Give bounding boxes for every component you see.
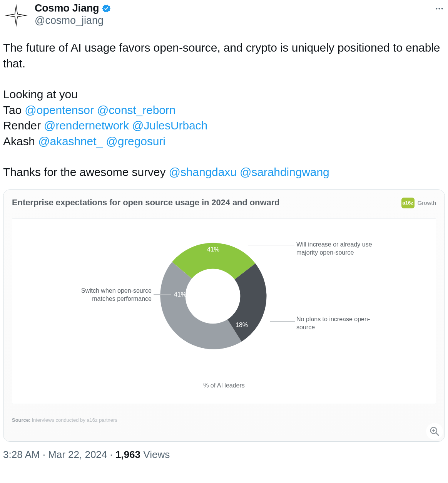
- leader-line: [270, 321, 295, 322]
- brand-label: Growth: [418, 200, 436, 206]
- card-header: Enterprise expectations for open source …: [12, 198, 436, 208]
- mention-link[interactable]: @opentensor: [25, 104, 94, 116]
- date[interactable]: Mar 22, 2024: [48, 449, 107, 460]
- mention-link[interactable]: @gregosuri: [106, 135, 165, 148]
- brand-badge: a16z: [401, 198, 415, 208]
- legend-label: No plans to increase open-source: [296, 315, 385, 332]
- body-line: Render @rendernetwork @JulesUrbach: [3, 118, 445, 134]
- handle[interactable]: @cosmo_jiang: [35, 15, 111, 27]
- legend-label: Switch when open-source matches performa…: [62, 287, 152, 303]
- mention-link[interactable]: @akashnet_: [38, 135, 103, 148]
- display-name[interactable]: Cosmo Jiang: [35, 2, 99, 14]
- timestamp[interactable]: 3:28 AM: [3, 449, 40, 460]
- body-line: Tao @opentensor @const_reborn: [3, 102, 445, 118]
- svg-point-3: [438, 8, 440, 9]
- more-button[interactable]: [435, 4, 444, 15]
- separator: ·: [40, 449, 48, 460]
- tweet-meta: 3:28 AM · Mar 22, 2024 · 1,963 Views: [3, 449, 445, 461]
- text: Tao: [3, 104, 25, 116]
- views-count[interactable]: 1,963: [115, 449, 140, 460]
- mention-link[interactable]: @rendernetwork: [44, 119, 129, 132]
- svg-point-5: [186, 268, 241, 324]
- legend-label: Will increase or already use majority op…: [296, 240, 385, 257]
- source-line: Source: interviews conducted by a16z par…: [12, 417, 436, 423]
- zoom-in-icon: [429, 426, 440, 437]
- source-label: Source:: [12, 417, 30, 423]
- mention-link[interactable]: @sarahdingwang: [240, 166, 329, 178]
- tweet-container: Cosmo Jiang @cosmo_jiang The future of A…: [0, 0, 448, 483]
- leader-line: [248, 245, 294, 245]
- tweet-body: The future of AI usage favors open-sourc…: [3, 40, 445, 180]
- avatar-icon: [3, 2, 29, 29]
- segment-label: 41%: [207, 246, 219, 253]
- verified-badge-icon: [101, 3, 111, 13]
- image-card-inner: Enterprise expectations for open source …: [3, 190, 445, 441]
- body-line: Akash @akashnet_ @gregosuri: [3, 134, 445, 149]
- more-icon: [435, 4, 444, 13]
- segment-label: 41%: [174, 291, 186, 298]
- separator: ·: [107, 449, 115, 460]
- svg-marker-1: [8, 7, 25, 24]
- donut-chart: [153, 236, 272, 356]
- text: Render: [3, 119, 44, 132]
- chart-footer-label: % of AI leaders: [19, 382, 429, 389]
- zoom-button[interactable]: [426, 423, 443, 440]
- tweet-header: Cosmo Jiang @cosmo_jiang: [3, 2, 445, 29]
- mention-link[interactable]: @const_reborn: [97, 104, 176, 116]
- svg-point-4: [441, 8, 443, 9]
- leader-line: [154, 294, 171, 295]
- body-paragraph: The future of AI usage favors open-sourc…: [3, 40, 445, 71]
- body-paragraph: Looking at you: [3, 87, 445, 102]
- mention-link[interactable]: @shangdaxu: [169, 166, 237, 178]
- chart-area: 41% 41% 18% Will increase or already use…: [19, 229, 429, 379]
- svg-point-2: [436, 8, 437, 9]
- avatar[interactable]: [3, 2, 29, 29]
- image-card[interactable]: Enterprise expectations for open source …: [3, 190, 445, 442]
- views-label: Views: [140, 449, 170, 460]
- card-title: Enterprise expectations for open source …: [12, 198, 279, 208]
- mention-link[interactable]: @JulesUrbach: [132, 119, 207, 132]
- text: Akash: [3, 135, 38, 148]
- segment-label: 18%: [236, 322, 248, 329]
- source-text: interviews conducted by a16z partners: [30, 417, 117, 423]
- brand: a16z Growth: [401, 198, 436, 208]
- text: Thanks for the awesome survey: [3, 166, 169, 178]
- chart-box: 41% 41% 18% Will increase or already use…: [12, 218, 436, 404]
- author-names: Cosmo Jiang @cosmo_jiang: [35, 2, 111, 27]
- body-line: Thanks for the awesome survey @shangdaxu…: [3, 164, 445, 180]
- svg-line-7: [436, 433, 439, 435]
